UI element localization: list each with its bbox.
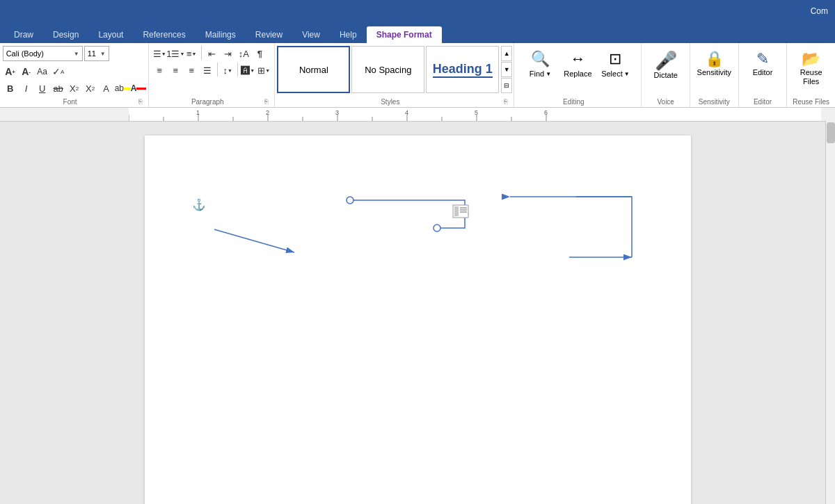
font-size-selector[interactable]: 11 ▼ xyxy=(84,46,109,61)
numbering-button[interactable]: 1☰▼ xyxy=(168,46,183,61)
increase-font-size-button[interactable]: A+ xyxy=(3,64,18,79)
editor-group-content: ✎ Editor xyxy=(742,46,783,98)
find-label-row: Find ▼ xyxy=(530,70,551,79)
paragraph-group-content: ☰▼ 1☰▼ ≡▼ ⇤ ⇥ ↕A ¶ ≡ ≡ ≡ ☰ xyxy=(152,46,271,97)
style-heading-1[interactable]: Heading 1 xyxy=(426,46,499,93)
text-highlight-button[interactable]: ab xyxy=(115,81,130,96)
paragraph-group: ☰▼ 1☰▼ ≡▼ ⇤ ⇥ ↕A ¶ ≡ ≡ ≡ ☰ xyxy=(149,43,275,107)
document-page[interactable]: ⚓ xyxy=(145,136,691,504)
font-format-row: B I U ab X2 X2 A ab A xyxy=(3,81,146,96)
editor-group-label-row: Editor xyxy=(743,98,783,107)
list-btns-row: ☰▼ 1☰▼ ≡▼ ⇤ ⇥ ↕A ¶ xyxy=(152,46,271,61)
reuse-files-group-label-row: Reuse Files xyxy=(791,98,831,107)
sensitivity-icon: 🔒 xyxy=(705,51,724,67)
bullets-button[interactable]: ☰▼ xyxy=(152,46,167,61)
title-bar-right: Com xyxy=(811,6,828,16)
sort-button[interactable]: ↕A xyxy=(236,46,251,61)
styles-expand-button[interactable]: ⊟ xyxy=(501,78,512,93)
document-area[interactable]: ⚓ xyxy=(0,122,835,504)
tab-draw[interactable]: Draw xyxy=(4,26,43,43)
sensitivity-group-label-row: Sensitivity xyxy=(694,98,734,107)
editor-button[interactable]: ✎ Editor xyxy=(745,49,780,97)
paragraph-group-label-row: Paragraph ⎘ xyxy=(153,97,270,107)
tab-design[interactable]: Design xyxy=(43,26,88,43)
clear-formatting-button[interactable]: ✓A xyxy=(51,64,66,79)
svg-text:⚓: ⚓ xyxy=(192,198,206,211)
decrease-font-size-button[interactable]: A- xyxy=(19,64,34,79)
strikethrough-button[interactable]: ab xyxy=(51,81,66,96)
tab-review[interactable]: Review xyxy=(246,26,292,43)
style-no-spacing[interactable]: No Spacing xyxy=(351,46,424,93)
tab-mailings[interactable]: Mailings xyxy=(196,26,246,43)
voice-group-content: 🎤 Dictate xyxy=(646,46,686,98)
font-group-expand-icon[interactable]: ⎘ xyxy=(136,97,144,106)
voice-group: 🎤 Dictate Voice xyxy=(642,43,690,107)
reuse-files-icon: 📂 xyxy=(802,51,820,67)
styles-group-content: Normal No Spacing Heading 1 ▲ ▼ ⊟ xyxy=(276,46,512,97)
title-bar: Com xyxy=(0,0,835,22)
select-label-row: Select ▼ xyxy=(601,70,630,79)
svg-text:2: 2 xyxy=(266,109,269,116)
ruler-inner: 1 2 3 4 5 6 xyxy=(129,108,821,121)
italic-button[interactable]: I xyxy=(19,81,34,96)
borders-button[interactable]: ⊞▼ xyxy=(256,63,271,78)
bold-button[interactable]: B xyxy=(3,81,18,96)
svg-text:3: 3 xyxy=(335,109,339,116)
reuse-files-group: 📂 Reuse Files Reuse Files xyxy=(787,43,835,107)
sensitivity-group-content: 🔒 Sensitivity xyxy=(694,46,734,98)
multilevel-list-button[interactable]: ≡▼ xyxy=(184,46,199,61)
reuse-files-button[interactable]: 📂 Reuse Files xyxy=(794,49,829,97)
sensitivity-button[interactable]: 🔒 Sensitivity xyxy=(697,49,731,97)
increase-indent-button[interactable]: ⇥ xyxy=(220,46,235,61)
title-bar-com-label: Com xyxy=(811,6,828,16)
justify-button[interactable]: ☰ xyxy=(200,63,215,78)
paragraph-group-expand-icon[interactable]: ⎘ xyxy=(262,97,270,106)
align-left-button[interactable]: ≡ xyxy=(152,63,167,78)
replace-icon: ↔ xyxy=(570,51,585,67)
show-hide-button[interactable]: ¶ xyxy=(252,46,267,61)
font-group-label-row: Font ⎘ xyxy=(4,97,144,107)
styles-group: Normal No Spacing Heading 1 ▲ ▼ ⊟ xyxy=(275,43,514,107)
styles-group-expand-icon[interactable]: ⎘ xyxy=(501,97,509,106)
tab-references[interactable]: References xyxy=(133,26,195,43)
app-container: Com Draw Design Layout References Mailin… xyxy=(0,0,835,504)
font-name-selector[interactable]: Cali (Body) ▼ xyxy=(3,46,83,61)
find-dropdown-arrow: ▼ xyxy=(546,71,551,77)
underline-button[interactable]: U xyxy=(35,81,50,96)
align-center-button[interactable]: ≡ xyxy=(168,63,183,78)
voice-group-label-row: Voice xyxy=(646,98,685,107)
style-normal[interactable]: Normal xyxy=(277,46,350,93)
replace-button[interactable]: ↔ Replace xyxy=(560,49,595,97)
decrease-indent-button[interactable]: ⇤ xyxy=(204,46,219,61)
tab-layout[interactable]: Layout xyxy=(88,26,133,43)
tab-view[interactable]: View xyxy=(292,26,330,43)
svg-line-19 xyxy=(214,229,294,252)
font-name-dropdown-arrow: ▼ xyxy=(74,51,79,57)
line-spacing-button[interactable]: ↕▼ xyxy=(220,63,235,78)
styles-group-label-row: Styles ⎘ xyxy=(279,97,509,107)
scrollbar-thumb[interactable] xyxy=(827,122,835,143)
sensitivity-group: 🔒 Sensitivity Sensitivity xyxy=(690,43,739,107)
tab-help[interactable]: Help xyxy=(330,26,367,43)
svg-text:4: 4 xyxy=(405,109,408,116)
font-selector: Cali (Body) ▼ 11 ▼ A+ A- Aa ✓A xyxy=(3,46,146,96)
subscript-button[interactable]: X2 xyxy=(67,81,82,96)
select-button[interactable]: ⊡ Select ▼ xyxy=(598,49,633,97)
font-color-button[interactable]: A xyxy=(131,81,146,96)
svg-rect-30 xyxy=(454,206,459,216)
superscript-button[interactable]: X2 xyxy=(83,81,98,96)
tab-shape-format[interactable]: Shape Format xyxy=(367,26,442,43)
svg-text:5: 5 xyxy=(475,109,478,116)
change-case-button[interactable]: Aa xyxy=(35,64,50,79)
find-button[interactable]: 🔍 Find ▼ xyxy=(523,49,557,97)
editor-group: ✎ Editor Editor xyxy=(739,43,788,107)
dictate-button[interactable]: 🎤 Dictate xyxy=(649,49,683,97)
vertical-scrollbar[interactable] xyxy=(825,122,835,504)
align-right-button[interactable]: ≡ xyxy=(184,63,199,78)
shading-button[interactable]: 🅰▼ xyxy=(240,63,255,78)
font-size-dropdown-arrow: ▼ xyxy=(100,51,106,57)
text-effects-button[interactable]: A xyxy=(99,81,114,96)
styles-scroll-up-button[interactable]: ▲ xyxy=(501,46,512,61)
svg-text:1: 1 xyxy=(196,109,200,116)
styles-scroll-down-button[interactable]: ▼ xyxy=(501,62,512,77)
